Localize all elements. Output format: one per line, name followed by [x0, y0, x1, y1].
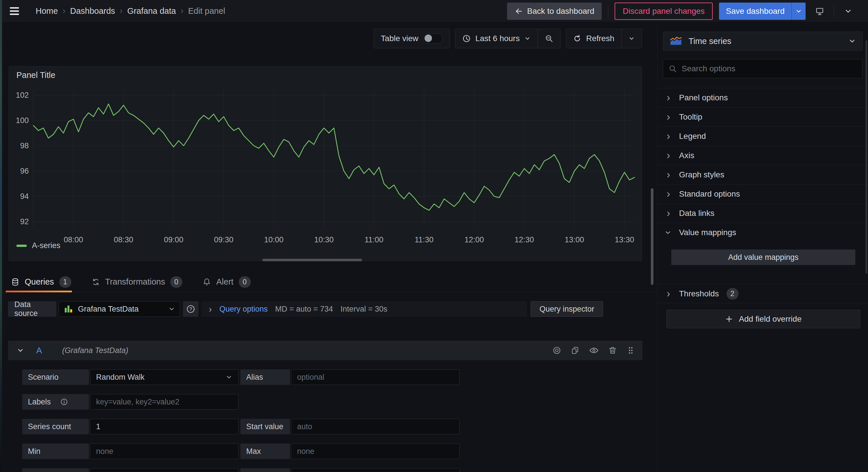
query-datasource-hint: (Grafana TestData): [62, 346, 128, 355]
remove-query-icon[interactable]: [608, 346, 617, 355]
section-label: Data links: [679, 209, 714, 218]
section-label: Value mappings: [679, 228, 736, 237]
section-label: Thresholds: [679, 289, 719, 298]
legend-item-a-series[interactable]: A-series: [17, 241, 60, 250]
breadcrumb-item-dashboards[interactable]: Dashboards: [67, 5, 119, 18]
tab-transformations[interactable]: Transformations 0: [91, 272, 182, 292]
tab-queries[interactable]: Queries 1: [11, 272, 71, 292]
edit-panel-content: Table view Last 6 hours: [0, 23, 868, 472]
sidebar-section-panel-options[interactable]: ›Panel options: [658, 88, 868, 107]
vertical-scrollbar[interactable]: [651, 188, 653, 285]
visualization-picker[interactable]: Time series: [663, 32, 863, 50]
alias-input[interactable]: optional: [291, 369, 460, 385]
query-options-link[interactable]: Query options: [219, 305, 268, 314]
discard-panel-changes-button[interactable]: Discard panel changes: [615, 3, 713, 20]
max-input[interactable]: none: [291, 443, 460, 459]
sidebar-section-thresholds[interactable]: ›Thresholds2: [658, 284, 868, 303]
query-form-row: ScenarioRandom WalkAliasoptional: [22, 369, 643, 385]
svg-text:10:30: 10:30: [314, 235, 334, 244]
save-dashboard-menu-toggle[interactable]: [792, 3, 806, 20]
search-options-input[interactable]: Search options: [663, 59, 863, 78]
max-data-points-stat: MD = auto = 734: [275, 305, 333, 314]
min-input[interactable]: none: [90, 443, 239, 459]
datasource-help-button[interactable]: ?: [183, 301, 198, 317]
question-circle-icon: ?: [186, 304, 195, 314]
zoom-out-button[interactable]: [537, 29, 560, 48]
query-header-row[interactable]: A (Grafana TestData): [8, 341, 643, 360]
query-options-bar: › Query options MD = auto = 734 Interval…: [201, 301, 527, 317]
time-series-viz-icon: [670, 36, 682, 46]
tab-alert[interactable]: Alert 0: [203, 272, 251, 292]
sidebar-section-axis[interactable]: ›Axis: [658, 146, 868, 165]
sidebar-scrollbar[interactable]: [865, 40, 867, 274]
sidebar-section-standard-options[interactable]: ›Standard options: [658, 184, 868, 204]
section-label: Tooltip: [679, 112, 702, 122]
queries-count-badge: 1: [59, 276, 71, 288]
table-view-switch[interactable]: [423, 33, 443, 44]
scenario-select[interactable]: Random Walk: [90, 369, 239, 385]
duplicate-query-icon[interactable]: [570, 346, 580, 355]
save-dashboard-button[interactable]: Save dashboard: [719, 3, 806, 20]
chevron-down-icon: [168, 306, 175, 312]
table-view-toggle[interactable]: Table view: [374, 29, 450, 48]
field-label-labels: Labels: [22, 394, 89, 410]
query-inspector-button[interactable]: Query inspector: [531, 301, 603, 317]
sidebar-section-data-links[interactable]: ›Data links: [658, 204, 868, 223]
datasource-picker[interactable]: Grafana TestData: [59, 301, 180, 317]
svg-text:?: ?: [189, 306, 192, 312]
tab-label: Alert: [216, 277, 234, 286]
interval-stat: Interval = 30s: [341, 305, 388, 314]
breadcrumb-item-edit-panel[interactable]: Edit panel: [185, 5, 229, 18]
refresh-interval-toggle[interactable]: [621, 29, 642, 48]
time-series-chart[interactable]: 9294969810010208:0008:3009:0009:3010:001…: [9, 66, 642, 261]
options-sections: ›Panel options›Tooltip›Legend›Axis›Graph…: [658, 88, 868, 303]
series-count-input[interactable]: 1: [90, 419, 239, 434]
spread-input[interactable]: 1: [90, 468, 239, 472]
sidebar-section-tooltip[interactable]: ›Tooltip: [658, 107, 868, 127]
section-label: Legend: [679, 132, 706, 141]
field-label-scenario: Scenario: [22, 369, 89, 385]
start-value-input[interactable]: auto: [291, 419, 460, 434]
tab-label: Queries: [25, 277, 54, 286]
info-icon[interactable]: [60, 398, 68, 406]
tab-label: Transformations: [105, 277, 165, 286]
chevron-down-icon: [848, 37, 856, 45]
time-controls-group: Last 6 hours: [455, 29, 561, 48]
field-label-max: Max: [241, 443, 290, 459]
tv-mode-button[interactable]: [812, 3, 828, 19]
add-field-override-button[interactable]: Add field override: [666, 310, 860, 328]
time-range-picker[interactable]: Last 6 hours: [455, 29, 537, 48]
sidebar-section-graph-styles[interactable]: ›Graph styles: [658, 165, 868, 184]
time-series-panel: Panel Title 9294969810010208:0008:3009:0…: [9, 66, 642, 261]
thresholds-count-badge: 2: [726, 288, 739, 300]
labels-input[interactable]: key=value, key2=value2: [90, 394, 239, 410]
menu-toggle-icon[interactable]: [10, 3, 26, 19]
breadcrumb-item-grafana-data[interactable]: Grafana data: [124, 5, 179, 18]
horizontal-scrollbar[interactable]: [262, 259, 362, 261]
breadcrumb-item-home[interactable]: Home: [32, 5, 61, 18]
refresh-button[interactable]: Refresh: [566, 29, 621, 48]
top-navigation-bar: Home›Dashboards›Grafana data›Edit panel …: [0, 0, 868, 23]
svg-text:102: 102: [16, 91, 29, 99]
table-view-label: Table view: [381, 34, 418, 43]
chevron-right-icon[interactable]: ›: [209, 304, 212, 314]
sidebar-section-value-mappings[interactable]: ›Value mappings: [658, 223, 868, 242]
testdata-datasource-icon: [64, 304, 73, 314]
panel-options-sidebar: Time series Search options ›Panel option…: [657, 23, 868, 472]
noise-input[interactable]: 0: [291, 468, 460, 472]
topnav-collapse-icon[interactable]: [840, 3, 856, 19]
svg-text:11:00: 11:00: [365, 235, 384, 244]
disable-query-icon[interactable]: [552, 346, 561, 355]
add-value-mappings-button[interactable]: Add value mappings: [671, 249, 855, 265]
query-ref-id[interactable]: A: [36, 345, 42, 355]
datasource-label: Data source: [8, 301, 56, 317]
topnav-actions: Back to dashboard Discard panel changes …: [507, 3, 856, 20]
hide-response-icon[interactable]: [589, 345, 599, 355]
field-placeholder: none: [96, 447, 113, 456]
svg-text:08:30: 08:30: [114, 235, 133, 244]
collapse-query-icon[interactable]: [17, 347, 24, 354]
sidebar-section-legend[interactable]: ›Legend: [658, 127, 868, 146]
save-button-label: Save dashboard: [719, 7, 792, 16]
back-to-dashboard-button[interactable]: Back to dashboard: [507, 3, 602, 20]
drag-handle-icon[interactable]: [626, 346, 635, 355]
